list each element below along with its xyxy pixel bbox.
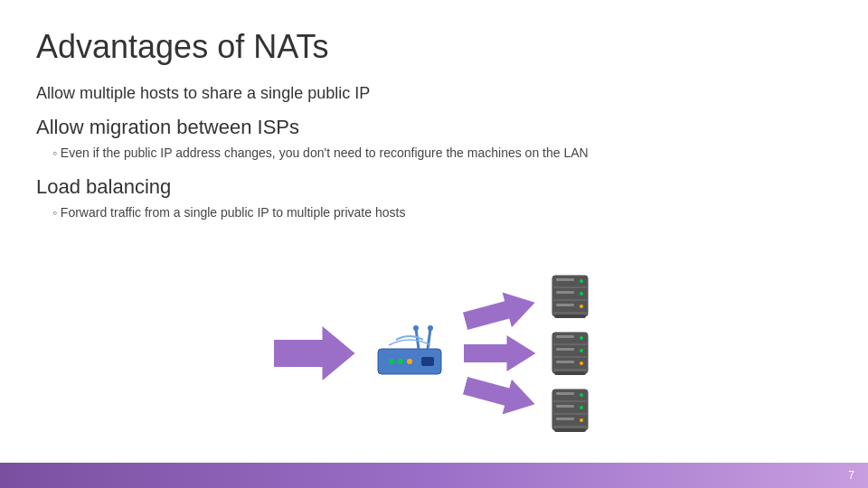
arrow-bot-icon: [460, 368, 540, 421]
bullet-2: Allow migration between ISPs: [36, 114, 832, 142]
arrow-mid-icon: [464, 335, 536, 371]
server-icon-2: [545, 328, 595, 378]
arrows-right: [464, 294, 536, 413]
arrow-top-icon: [460, 285, 540, 338]
svg-point-3: [413, 325, 419, 331]
server-icon-1: [545, 271, 595, 321]
svg-point-5: [389, 359, 394, 364]
bullet-3: Load balancing: [36, 174, 832, 202]
svg-rect-19: [554, 314, 586, 318]
svg-rect-16: [556, 278, 574, 281]
diagram-area: [36, 237, 832, 470]
svg-rect-41: [554, 428, 586, 432]
svg-point-25: [580, 349, 583, 352]
svg-point-36: [580, 406, 583, 409]
svg-rect-8: [421, 357, 434, 366]
svg-rect-28: [556, 348, 574, 351]
svg-rect-27: [556, 335, 574, 338]
svg-rect-30: [554, 371, 586, 375]
svg-rect-29: [556, 361, 574, 363]
svg-point-13: [580, 279, 583, 283]
bullet-3-sub: Forward traffic from a single public IP …: [52, 203, 832, 222]
bullet-1: Allow multiple hosts to share a single p…: [36, 82, 832, 105]
svg-rect-39: [556, 405, 574, 408]
slide-number: 7: [848, 469, 854, 482]
content-area: Allow multiple hosts to share a single p…: [36, 82, 832, 470]
svg-point-15: [580, 305, 583, 308]
svg-point-35: [580, 393, 583, 397]
svg-point-7: [407, 359, 412, 364]
svg-point-4: [428, 325, 433, 331]
bullet-2-sub: Even if the public IP address changes, y…: [52, 144, 832, 163]
svg-rect-17: [556, 291, 574, 294]
svg-point-14: [580, 292, 583, 296]
svg-line-2: [428, 329, 430, 349]
slide-title: Advantages of NATs: [36, 27, 832, 66]
svg-point-6: [398, 359, 403, 364]
router-icon: [369, 322, 450, 385]
svg-rect-40: [556, 418, 574, 420]
svg-rect-38: [556, 392, 574, 395]
svg-point-37: [580, 418, 583, 422]
slide: Advantages of NATs Allow multiple hosts …: [0, 0, 868, 488]
svg-point-26: [580, 361, 583, 365]
arrow-left-icon: [274, 326, 355, 380]
servers-group: [545, 271, 595, 435]
svg-line-1: [416, 329, 419, 349]
svg-rect-18: [556, 304, 574, 306]
footer-bar: 7: [0, 463, 868, 488]
router-svg: [369, 322, 450, 385]
svg-point-24: [580, 336, 583, 340]
server-icon-3: [545, 385, 595, 435]
